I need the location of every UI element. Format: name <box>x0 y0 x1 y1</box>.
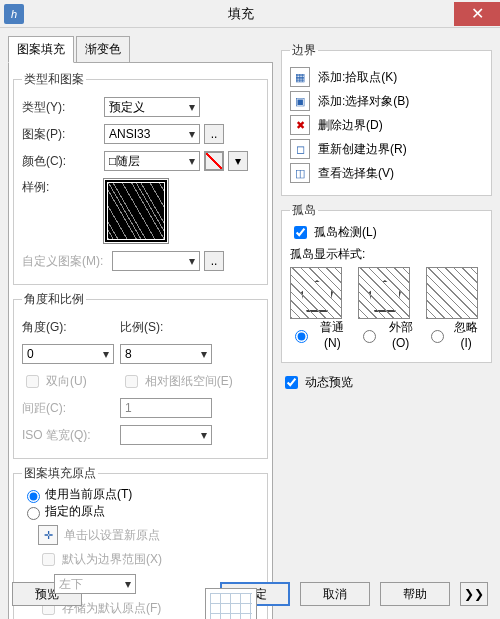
add-select-icon: ▣ <box>295 95 305 108</box>
recreate-label: 重新创建边界(R) <box>318 141 407 158</box>
origin-pos-combo: 左下 <box>54 574 136 594</box>
spacing-label: 间距(C): <box>22 400 120 417</box>
sample-label: 样例: <box>22 179 104 196</box>
iso-label: ISO 笔宽(Q): <box>22 427 120 444</box>
angle-label: 角度(G): <box>22 319 120 336</box>
color-swatch-button[interactable] <box>204 151 224 171</box>
island-outer-thumb[interactable] <box>358 267 410 319</box>
crosshair-icon: ✛ <box>44 529 53 542</box>
legend-boundary: 边界 <box>290 42 318 59</box>
pick-origin-button: ✛ <box>38 525 58 545</box>
window-title: 填充 <box>28 5 454 23</box>
click-new-origin-label: 单击以设置新原点 <box>64 527 160 544</box>
view-selection-label: 查看选择集(V) <box>318 165 394 182</box>
add-select-label: 添加:选择对象(B) <box>318 93 409 110</box>
custom-pattern-combo <box>112 251 200 271</box>
help-button[interactable]: 帮助 <box>380 582 450 606</box>
app-icon: h <box>4 4 24 24</box>
island-outer-radio[interactable]: 外部(O) <box>358 319 420 350</box>
scale-combo[interactable]: 8 <box>120 344 212 364</box>
legend-type-pattern: 类型和图案 <box>22 71 86 88</box>
swatch-icon <box>205 152 223 170</box>
spacing-input: 1 <box>120 398 212 418</box>
custom-pattern-browse: .. <box>204 251 224 271</box>
island-detect-checkbox[interactable]: 孤岛检测(L) <box>290 223 483 242</box>
recreate-icon: ◻ <box>296 143 305 156</box>
color-dropdown-button[interactable]: ▾ <box>228 151 248 171</box>
tab-gradient[interactable]: 渐变色 <box>76 36 130 62</box>
add-pick-label: 添加:拾取点(K) <box>318 69 397 86</box>
add-select-button[interactable]: ▣ <box>290 91 310 111</box>
expand-button[interactable]: ❯❯ <box>460 582 488 606</box>
island-ignore-thumb[interactable] <box>426 267 478 319</box>
tab-hatch[interactable]: 图案填充 <box>8 36 74 63</box>
iso-combo <box>120 425 212 445</box>
add-pick-point-button[interactable]: ▦ <box>290 67 310 87</box>
pattern-browse-button[interactable]: .. <box>204 124 224 144</box>
cancel-button[interactable]: 取消 <box>300 582 370 606</box>
legend-angle-scale: 角度和比例 <box>22 291 86 308</box>
recreate-boundary-button[interactable]: ◻ <box>290 139 310 159</box>
double-checkbox: 双向(U) <box>22 372 87 391</box>
legend-origin: 图案填充原点 <box>22 465 98 482</box>
type-combo[interactable]: 预定义 <box>104 97 200 117</box>
view-icon: ◫ <box>295 167 305 180</box>
island-ignore-radio[interactable]: 忽略(I) <box>426 319 483 350</box>
island-style-label: 孤岛显示样式: <box>290 246 483 263</box>
type-label: 类型(Y): <box>22 99 104 116</box>
pattern-sample[interactable] <box>104 179 168 243</box>
tab-bar: 图案填充 渐变色 <box>8 36 273 63</box>
view-selection-button[interactable]: ◫ <box>290 163 310 183</box>
island-normal-radio[interactable]: 普通(N) <box>290 319 352 350</box>
color-combo[interactable]: □随层 <box>104 151 200 171</box>
default-boundary-checkbox: 默认为边界范围(X) <box>38 550 259 569</box>
pattern-combo[interactable]: ANSI33 <box>104 124 200 144</box>
scale-label: 比例(S): <box>120 319 218 336</box>
dynamic-preview-checkbox[interactable]: 动态预览 <box>281 373 492 392</box>
rel-paper-checkbox: 相对图纸空间(E) <box>121 372 233 391</box>
origin-use-current[interactable]: 使用当前原点(T) <box>22 486 259 503</box>
angle-combo[interactable]: 0 <box>22 344 114 364</box>
close-button[interactable]: ✕ <box>454 2 500 26</box>
pattern-label: 图案(P): <box>22 126 104 143</box>
delete-boundary-label: 删除边界(D) <box>318 117 383 134</box>
origin-thumbnail: + <box>205 588 257 619</box>
custom-pattern-label: 自定义图案(M): <box>22 253 112 270</box>
origin-specified[interactable]: 指定的原点 <box>22 503 259 520</box>
add-pick-icon: ▦ <box>295 71 305 84</box>
legend-islands: 孤岛 <box>290 202 318 219</box>
island-normal-thumb[interactable] <box>290 267 342 319</box>
delete-icon: ✖ <box>296 119 305 132</box>
delete-boundary-button[interactable]: ✖ <box>290 115 310 135</box>
color-label: 颜色(C): <box>22 153 104 170</box>
